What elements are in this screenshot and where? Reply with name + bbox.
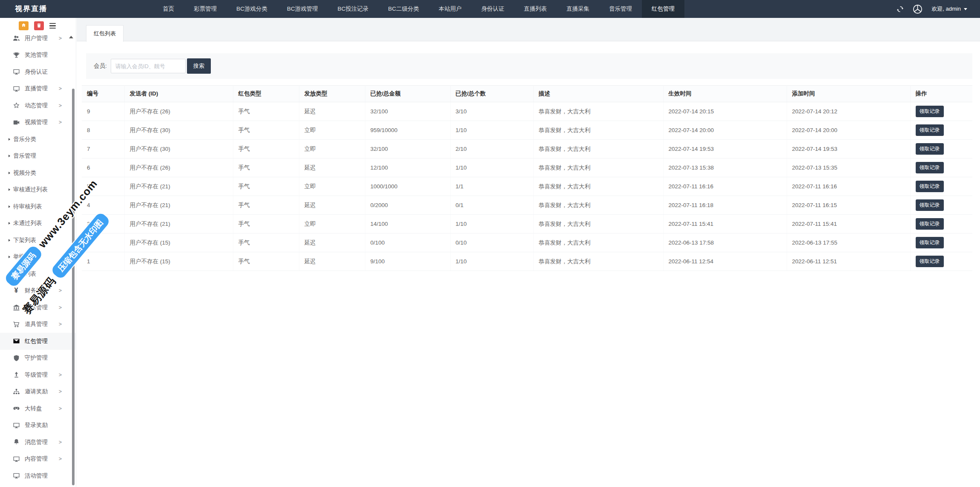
table-cell: 用户不存在 (15)	[124, 252, 233, 271]
table-cell: 2022-07-11 15:41	[663, 215, 787, 233]
table-cell: 恭喜发财，大吉大利	[533, 215, 663, 233]
video-icon	[12, 118, 20, 126]
claim-records-button[interactable]: 领取记录	[916, 237, 944, 248]
table-cell: 32/100	[365, 102, 450, 121]
nav-item-11[interactable]: 音乐管理	[599, 0, 642, 18]
sidebar-subitem-15[interactable]: 举报列表	[0, 265, 76, 282]
sidebar-item-label: 直播管理	[25, 85, 48, 92]
table-cell: 2022-07-11 16:16	[663, 177, 787, 196]
sidebar-item-label: 等级管理	[25, 371, 48, 379]
sidebar-item-label: 举报类型	[13, 253, 36, 261]
sidebar-item-26[interactable]: 内容管理>	[0, 451, 76, 468]
sidebar-item-23[interactable]: 大转盘>	[0, 400, 76, 417]
sidebar-item-label: 音乐分类	[13, 135, 36, 143]
claim-records-button[interactable]: 领取记录	[916, 106, 944, 117]
table-cell: 立即	[299, 140, 365, 158]
monitor-icon	[12, 85, 20, 92]
sidebar-item-6[interactable]: 视频管理>	[0, 114, 76, 131]
nav-item-8[interactable]: 身份认证	[471, 0, 514, 18]
sidebar-item-19[interactable]: 红包管理	[0, 333, 76, 350]
sidebar-item-25[interactable]: 消息管理>	[0, 434, 76, 451]
table-cell: 立即	[299, 215, 365, 233]
nav-item-2[interactable]: 彩票管理	[184, 0, 227, 18]
nav-item-5[interactable]: BC投注记录	[328, 0, 379, 18]
table-cell: 0/1	[450, 196, 533, 215]
sidebar-subitem-7[interactable]: 音乐分类	[0, 131, 76, 148]
nav-item-9[interactable]: 直播列表	[514, 0, 557, 18]
sidebar-item-22[interactable]: 邀请奖励>	[0, 383, 76, 401]
sidebar-item-24[interactable]: 登录奖励	[0, 417, 76, 434]
nav-item-6[interactable]: BC二级分类	[378, 0, 429, 18]
claim-records-button[interactable]: 领取记录	[916, 124, 944, 136]
table-cell: 手气	[233, 196, 299, 215]
table-cell: 用户不存在 (21)	[124, 196, 233, 215]
bank-icon	[12, 304, 20, 311]
table-cell: 恭喜发财，大吉大利	[533, 121, 663, 140]
claim-records-button[interactable]: 领取记录	[916, 256, 944, 267]
table-cell: 2022-07-14 20:00	[787, 121, 910, 140]
table-cell: 3/10	[450, 102, 533, 121]
action-cell: 领取记录	[910, 177, 972, 196]
sidebar-item-18[interactable]: 道具管理>	[0, 316, 76, 333]
table-cell: 2022-07-14 20:00	[663, 121, 787, 140]
table-row: 2用户不存在 (15)手气延迟0/1000/10恭喜发财，大吉大利2022-06…	[82, 233, 972, 252]
sidebar-item-1[interactable]: 用户管理>	[0, 30, 76, 47]
refresh-icon[interactable]	[897, 6, 904, 13]
sidebar-subitem-14[interactable]: 举报类型	[0, 249, 76, 266]
sidebar-item-21[interactable]: 等级管理>	[0, 366, 76, 383]
sidebar: 用户管理>奖池管理身份认证直播管理>动态管理>视频管理>音乐分类音乐管理视频分类…	[0, 18, 76, 487]
table-cell: 2022-07-14 20:15	[663, 102, 787, 121]
action-cell: 领取记录	[910, 196, 972, 215]
claim-records-button[interactable]: 领取记录	[916, 143, 944, 155]
sidebar-item-20[interactable]: 守护管理	[0, 350, 76, 367]
sidebar-item-4[interactable]: 直播管理>	[0, 81, 76, 98]
chevron-right-icon: >	[59, 103, 62, 109]
envelope-icon	[12, 337, 20, 345]
nav-item-4[interactable]: BC游戏管理	[277, 0, 328, 18]
table-cell: 1/10	[450, 121, 533, 140]
sidebar-item-label: 内容管理	[25, 455, 48, 463]
claim-records-button[interactable]: 领取记录	[916, 162, 944, 173]
sidebar-subitem-8[interactable]: 音乐管理	[0, 148, 76, 165]
chevron-right-icon: >	[59, 86, 62, 92]
sidebar-subitem-12[interactable]: 未通过列表	[0, 215, 76, 232]
sidebar-menu: 用户管理>奖池管理身份认证直播管理>动态管理>视频管理>音乐分类音乐管理视频分类…	[0, 30, 76, 484]
sidebar-item-17[interactable]: 家族管理>	[0, 299, 76, 316]
sidebar-subitem-11[interactable]: 待审核列表	[0, 198, 76, 215]
sidebar-item-2[interactable]: 奖池管理	[0, 47, 76, 64]
nav-item-12[interactable]: 红包管理	[642, 0, 684, 18]
chevron-down-icon	[964, 8, 967, 10]
sidebar-item-3[interactable]: 身份认证	[0, 63, 76, 81]
sidebar-item-16[interactable]: ¥财务管理>	[0, 282, 76, 300]
table-cell: 2022-06-13 17:58	[663, 233, 787, 252]
table-cell: 延迟	[299, 233, 365, 252]
sidebar-subitem-10[interactable]: 审核通过列表	[0, 182, 76, 199]
nav-item-7[interactable]: 本站用户	[429, 0, 471, 18]
sidebar-subitem-9[interactable]: 视频分类	[0, 164, 76, 182]
collapse-menu-button[interactable]	[49, 23, 56, 29]
table-cell: 2022-07-14 19:53	[663, 140, 787, 158]
search-button[interactable]: 搜索	[187, 58, 211, 74]
chevron-right-icon: >	[59, 456, 62, 462]
sidebar-scrollbar[interactable]	[72, 89, 75, 485]
table-row: 1用户不存在 (15)手气延迟9/1001/10恭喜发财，大吉大利2022-06…	[82, 252, 972, 271]
member-search-input[interactable]	[111, 59, 186, 73]
tab-red-packet-list[interactable]: 红包列表	[86, 25, 124, 42]
table-cell: 恭喜发财，大吉大利	[533, 102, 663, 121]
claim-records-button[interactable]: 领取记录	[916, 181, 944, 192]
sidebar-item-5[interactable]: 动态管理>	[0, 97, 76, 114]
sidebar-subitem-13[interactable]: 下架列表	[0, 232, 76, 249]
sidebar-item-27[interactable]: 活动管理	[0, 467, 76, 484]
column-header-9: 添加时间	[787, 86, 910, 102]
action-cell: 领取记录	[910, 158, 972, 177]
nav-item-10[interactable]: 直播采集	[557, 0, 599, 18]
avatar[interactable]	[912, 3, 923, 15]
nav-item-1[interactable]: 首页	[153, 0, 184, 18]
nav-item-3[interactable]: BC游戏分类	[227, 0, 277, 18]
clear-cache-button[interactable]	[34, 21, 44, 30]
claim-records-button[interactable]: 领取记录	[916, 199, 944, 211]
claim-records-button[interactable]: 领取记录	[916, 218, 944, 230]
home-button[interactable]	[19, 21, 29, 30]
chevron-right-icon: >	[59, 119, 62, 125]
user-menu[interactable]: 欢迎, admin	[931, 5, 967, 13]
